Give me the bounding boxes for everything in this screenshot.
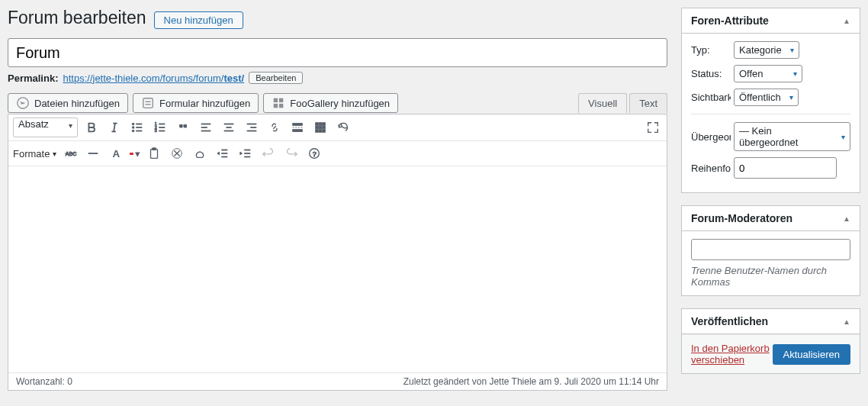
svg-rect-48: [153, 148, 156, 150]
permalink-label: Permalink:: [8, 72, 58, 84]
svg-rect-1: [143, 98, 153, 108]
editor-container: Absatz 123 Formate ABC A ▾: [8, 114, 667, 391]
svg-rect-38: [316, 126, 319, 129]
type-select[interactable]: Kategorie: [734, 41, 799, 59]
order-label: Reihenfolg: [691, 163, 731, 174]
gallery-icon: [272, 96, 285, 110]
readmore-button[interactable]: [288, 118, 307, 137]
abc-strike-button[interactable]: ABC: [61, 144, 79, 163]
svg-rect-32: [293, 124, 303, 126]
link-button[interactable]: [265, 118, 284, 137]
order-input[interactable]: [734, 157, 837, 179]
paste-button[interactable]: [145, 144, 163, 163]
visibility-label: Sichtbarkeit: [691, 92, 731, 103]
moderators-input[interactable]: [691, 239, 850, 260]
add-form-label: Formular hinzufügen: [159, 98, 250, 109]
undo-button[interactable]: [259, 144, 278, 163]
bold-button[interactable]: [82, 118, 101, 137]
tab-text[interactable]: Text: [629, 93, 667, 113]
hr-button[interactable]: [84, 144, 102, 163]
outdent-button[interactable]: [214, 144, 232, 163]
svg-rect-5: [279, 98, 283, 102]
update-button[interactable]: Aktualisieren: [773, 344, 850, 365]
svg-text:?: ?: [313, 150, 317, 158]
svg-text:3: 3: [155, 128, 157, 133]
toolbar-toggle-button[interactable]: [311, 118, 330, 137]
indent-button[interactable]: [236, 144, 255, 163]
svg-rect-41: [316, 130, 319, 133]
add-form-button[interactable]: Formular hinzufügen: [133, 93, 259, 113]
svg-rect-6: [274, 104, 278, 108]
paragraph-select[interactable]: Absatz: [13, 118, 78, 137]
wordcount: Wortanzahl: 0: [16, 376, 72, 387]
trash-link[interactable]: In den Papierkorb verschieben: [691, 343, 773, 366]
add-gallery-label: FooGallery hinzufügen: [290, 98, 390, 109]
svg-rect-35: [316, 123, 319, 126]
align-right-button[interactable]: [243, 118, 261, 137]
parent-select[interactable]: — Kein übergeordnet: [734, 122, 850, 151]
panel-publish: Veröffentlichen ▲ In den Papierkorb vers…: [681, 308, 860, 374]
panel-title-publish: Veröffentlichen: [691, 315, 768, 327]
panel-title-attributes: Foren-Attribute: [691, 14, 769, 27]
svg-rect-47: [151, 150, 158, 159]
redo-button[interactable]: [282, 144, 301, 163]
collapse-icon: ▲: [843, 317, 850, 326]
panel-moderators: Forum-Moderatoren ▲ Trenne Benutzer-Name…: [681, 205, 860, 296]
svg-rect-37: [323, 123, 326, 126]
panel-header-publish[interactable]: Veröffentlichen ▲: [682, 309, 860, 334]
status-label: Status:: [691, 68, 731, 79]
post-title-input[interactable]: [8, 38, 667, 67]
panel-title-moderators: Forum-Moderatoren: [691, 212, 792, 224]
quote-button[interactable]: [174, 118, 192, 137]
edit-permalink-button[interactable]: Bearbeiten: [249, 72, 303, 84]
add-files-label: Dateien hinzufügen: [34, 98, 120, 109]
text-color-picker-button[interactable]: ▾: [130, 144, 140, 163]
formats-dropdown[interactable]: Formate: [13, 148, 56, 160]
svg-point-12: [132, 127, 134, 129]
align-left-button[interactable]: [197, 118, 215, 137]
svg-line-10: [114, 124, 115, 132]
tab-visual[interactable]: Visuell: [578, 93, 627, 113]
visibility-select[interactable]: Öffentlich: [734, 89, 799, 106]
add-gallery-button[interactable]: FooGallery hinzufügen: [263, 93, 398, 113]
page-title: Forum bearbeiten: [8, 8, 146, 28]
collapse-icon: ▲: [843, 214, 850, 223]
svg-rect-36: [319, 123, 322, 126]
svg-point-11: [132, 123, 134, 125]
moderators-help: Trenne Benutzer-Namen durch Kommas: [691, 265, 850, 288]
panel-header-attributes[interactable]: Foren-Attribute ▲: [682, 8, 860, 34]
italic-button[interactable]: [105, 118, 124, 137]
fullscreen-button[interactable]: [644, 118, 662, 137]
panel-header-moderators[interactable]: Forum-Moderatoren ▲: [682, 206, 860, 231]
refresh-button[interactable]: [334, 118, 352, 137]
editor-content-area[interactable]: [8, 166, 667, 372]
status-select[interactable]: Offen: [734, 65, 802, 82]
collapse-icon: ▲: [843, 17, 850, 25]
svg-rect-42: [319, 130, 322, 133]
svg-rect-7: [279, 104, 283, 108]
help-button[interactable]: ?: [305, 144, 323, 163]
number-list-button[interactable]: 123: [151, 118, 169, 137]
last-edited: Zuletzt geändert von Jette Thiele am 9. …: [403, 376, 659, 387]
svg-rect-40: [323, 126, 326, 129]
media-icon: [16, 96, 30, 110]
clear-format-button[interactable]: [168, 144, 186, 163]
svg-rect-43: [323, 130, 326, 133]
svg-point-13: [132, 130, 134, 132]
align-center-button[interactable]: [220, 118, 238, 137]
panel-forum-attributes: Foren-Attribute ▲ Typ: Kategorie Status:…: [681, 8, 860, 193]
svg-rect-34: [293, 130, 303, 132]
permalink-link[interactable]: https://jette-thiele.com/forums/forum/te…: [63, 72, 244, 84]
special-char-button[interactable]: [191, 144, 209, 163]
svg-rect-4: [274, 98, 278, 102]
form-icon: [141, 96, 155, 110]
bullet-list-button[interactable]: [128, 118, 146, 137]
parent-label: Übergeord: [691, 131, 731, 143]
add-files-button[interactable]: Dateien hinzufügen: [8, 93, 128, 113]
svg-rect-39: [319, 126, 322, 129]
text-color-button[interactable]: A: [107, 144, 125, 163]
add-new-button[interactable]: Neu hinzufügen: [154, 11, 243, 29]
type-label: Typ:: [691, 44, 731, 56]
